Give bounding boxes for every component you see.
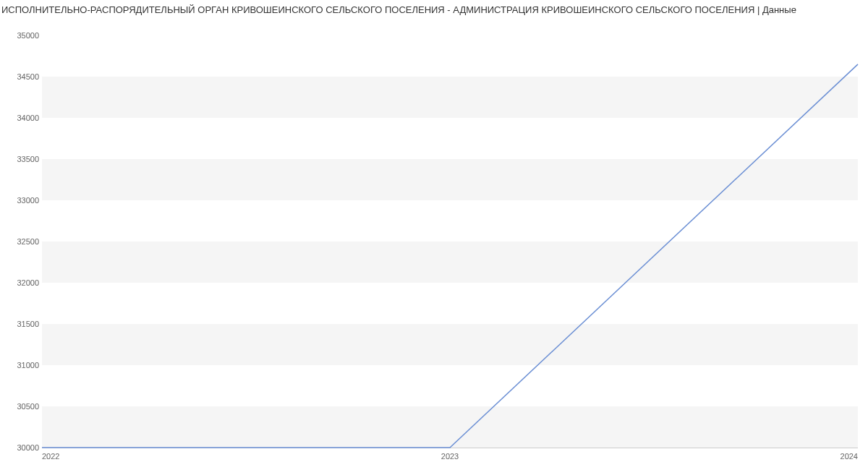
x-tick-label: 2023: [441, 452, 459, 461]
plot-area: [42, 35, 858, 448]
chart-title: ИСПОЛНИТЕЛЬНО-РАСПОРЯДИТЕЛЬНЫЙ ОРГАН КРИ…: [0, 0, 868, 18]
y-tick-label: 30500: [3, 402, 39, 411]
y-tick-label: 30000: [3, 443, 39, 452]
y-tick-label: 32000: [3, 278, 39, 287]
y-tick-label: 34000: [3, 114, 39, 122]
x-tick-label: 2022: [42, 452, 59, 461]
y-tick-label: 33500: [3, 155, 39, 163]
y-tick-label: 35000: [3, 31, 39, 40]
chart-wrapper: 3000030500310003150032000325003300033500…: [0, 18, 868, 466]
y-tick-label: 33000: [3, 196, 39, 205]
data-line: [42, 35, 858, 449]
y-tick-label: 31500: [3, 320, 39, 328]
y-tick-label: 31000: [3, 361, 39, 369]
x-tick-label: 2024: [841, 452, 858, 461]
y-tick-label: 34500: [3, 72, 39, 81]
y-tick-label: 32500: [3, 237, 39, 246]
